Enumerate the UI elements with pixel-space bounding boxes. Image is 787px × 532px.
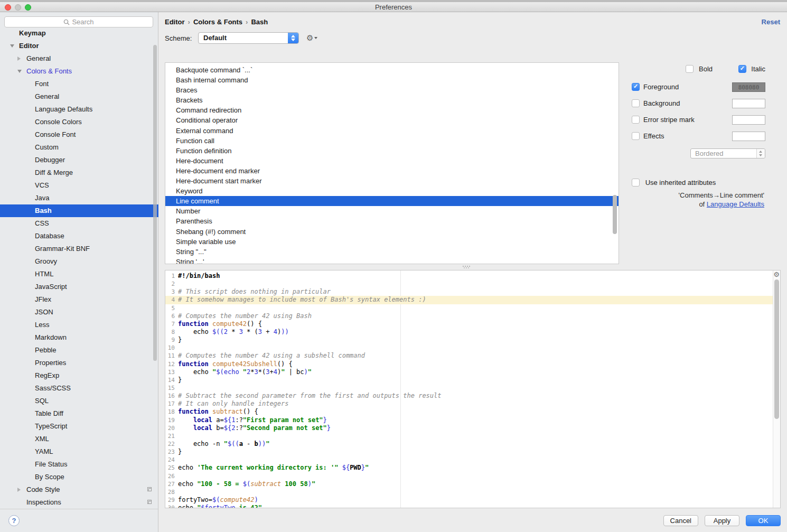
italic-checkbox[interactable] — [738, 65, 746, 73]
sidebar-item-markdown[interactable]: Markdown — [0, 331, 158, 344]
element-row-shebang-comment[interactable]: Shebang (#!) comment — [165, 227, 619, 237]
bold-checkbox[interactable] — [686, 65, 694, 73]
sidebar-item-database[interactable]: Database — [0, 230, 158, 242]
sidebar-item-inspections[interactable]: Inspections — [0, 496, 158, 509]
element-row-string[interactable]: String '...' — [165, 257, 619, 264]
sidebar-item-yaml[interactable]: YAML — [0, 445, 158, 458]
element-row-backquote-command[interactable]: Backquote command `...` — [165, 65, 619, 75]
sidebar-item-typescript[interactable]: TypeScript — [0, 420, 158, 433]
sidebar-item-general[interactable]: General — [0, 52, 158, 65]
breadcrumb-colors-fonts[interactable]: Colors & Fonts — [193, 18, 242, 26]
background-color-swatch[interactable] — [732, 99, 765, 108]
sidebar-item-properties[interactable]: Properties — [0, 357, 158, 369]
bold-label: Bold — [699, 65, 713, 73]
element-row-parenthesis[interactable]: Parenthesis — [165, 216, 619, 226]
sidebar-item-sass-scss[interactable]: Sass/SCSS — [0, 382, 158, 395]
sidebar-item-keymap[interactable]: Keymap — [0, 27, 158, 40]
element-row-function-call[interactable]: Function call — [165, 136, 619, 146]
sidebar-item-regexp[interactable]: RegExp — [0, 369, 158, 382]
chevron-expanded-icon[interactable] — [17, 70, 22, 73]
line-number: 2 — [165, 280, 175, 288]
element-row-external-command[interactable]: External command — [165, 126, 619, 136]
ok-button[interactable]: OK — [746, 515, 781, 526]
cancel-button[interactable]: Cancel — [663, 515, 698, 526]
element-row-here-document-end-marker[interactable]: Here-document end marker — [165, 166, 619, 176]
breadcrumb-editor[interactable]: Editor — [165, 18, 185, 26]
error-stripe-mark-color-swatch[interactable] — [732, 115, 765, 125]
sidebar-item-language-defaults[interactable]: Language Defaults — [0, 103, 158, 116]
apply-button[interactable]: Apply — [705, 515, 739, 526]
effects-style-dropdown[interactable]: Bordered — [690, 148, 765, 158]
sidebar-item-json[interactable]: JSON — [0, 306, 158, 319]
sidebar-item-file-status[interactable]: File Status — [0, 458, 158, 471]
sidebar-item-font[interactable]: Font — [0, 78, 158, 90]
code-line-7: 7function compute42() { — [165, 320, 773, 328]
foreground-checkbox[interactable] — [632, 83, 640, 91]
sidebar-item-by-scope[interactable]: By Scope — [0, 471, 158, 483]
preview-scrollbar[interactable] — [773, 270, 780, 508]
sidebar-item-code-style[interactable]: Code Style — [0, 483, 158, 496]
element-row-braces[interactable]: Braces — [165, 85, 619, 95]
sidebar-item-vcs[interactable]: VCS — [0, 179, 158, 192]
sidebar-item-sql[interactable]: SQL — [0, 395, 158, 407]
error-stripe-mark-checkbox[interactable] — [632, 116, 640, 124]
use-inherited-checkbox[interactable] — [632, 179, 640, 186]
element-row-keyword[interactable]: Keyword — [165, 186, 619, 196]
sidebar-item-diff-merge[interactable]: Diff & Merge — [0, 166, 158, 179]
elements-scrollbar-thumb[interactable] — [613, 195, 617, 234]
sidebar-item-java[interactable]: Java — [0, 192, 158, 204]
sidebar-item-general[interactable]: General — [0, 90, 158, 103]
element-row-here-document-start-marker[interactable]: Here-document start marker — [165, 176, 619, 186]
stepper-icon[interactable] — [288, 33, 298, 43]
sidebar-item-custom[interactable]: Custom — [0, 141, 158, 154]
element-row-string[interactable]: String "..." — [165, 247, 619, 257]
help-button[interactable]: ? — [8, 515, 20, 526]
sidebar-item-label: TypeScript — [35, 422, 67, 430]
element-row-brackets[interactable]: Brackets — [165, 95, 619, 105]
sidebar-item-editor[interactable]: Editor — [0, 40, 158, 52]
scheme-dropdown[interactable]: Default — [198, 32, 299, 44]
sidebar-item-console-colors[interactable]: Console Colors — [0, 116, 158, 128]
sidebar-item-bash[interactable]: Bash — [0, 204, 158, 217]
chevron-collapsed-icon[interactable] — [17, 57, 21, 61]
element-row-here-document[interactable]: Here-document — [165, 156, 619, 166]
sidebar-item-html[interactable]: HTML — [0, 268, 158, 281]
sidebar-item-groovy[interactable]: Groovy — [0, 255, 158, 268]
sidebar-item-table-diff[interactable]: Table Diff — [0, 407, 158, 420]
sidebar-item-less[interactable]: Less — [0, 319, 158, 331]
chevron-expanded-icon[interactable] — [10, 44, 14, 48]
code-preview-pane[interactable]: 1#!/bin/bash23# This script does nothing… — [165, 270, 781, 508]
element-row-simple-variable-use[interactable]: Simple variable use — [165, 237, 619, 247]
element-row-bash-internal-command[interactable]: Bash internal command — [165, 75, 619, 85]
sidebar-scrollbar-thumb[interactable] — [153, 45, 157, 361]
sidebar-item-colors-fonts[interactable]: Colors & Fonts — [0, 65, 158, 78]
search-input[interactable]: Search — [4, 16, 153, 27]
effects-checkbox[interactable] — [632, 132, 640, 140]
element-row-conditional-operator[interactable]: Conditional operator — [165, 115, 619, 125]
sidebar-item-debugger[interactable]: Debugger — [0, 154, 158, 166]
sidebar-item-grammar-kit-bnf[interactable]: Grammar-Kit BNF — [0, 242, 158, 255]
sidebar-item-javascript[interactable]: JavaScript — [0, 281, 158, 293]
reset-link[interactable]: Reset — [762, 18, 780, 26]
sidebar-item-jflex[interactable]: JFlex — [0, 293, 158, 306]
language-defaults-link[interactable]: Language Defaults — [707, 200, 764, 208]
sidebar-item-console-font[interactable]: Console Font — [0, 128, 158, 141]
preview-settings-gear-icon[interactable] — [773, 270, 780, 278]
element-row-line-comment[interactable]: Line comment — [165, 196, 619, 206]
titlebar[interactable]: Preferences — [0, 2, 787, 12]
effects-color-swatch[interactable] — [732, 132, 765, 141]
chevron-collapsed-icon[interactable] — [17, 488, 21, 492]
preview-scrollbar-thumb[interactable] — [774, 279, 779, 419]
element-row-function-definition[interactable]: Function definition — [165, 146, 619, 156]
sidebar-item-css[interactable]: CSS — [0, 217, 158, 230]
sidebar-item-pebble[interactable]: Pebble — [0, 344, 158, 357]
element-row-number[interactable]: Number — [165, 206, 619, 216]
splitter-handle[interactable] — [463, 266, 464, 267]
scheme-gear-button[interactable] — [306, 33, 317, 43]
line-number: 12 — [165, 360, 175, 368]
sidebar-item-xml[interactable]: XML — [0, 433, 158, 445]
background-checkbox[interactable] — [632, 99, 640, 107]
foreground-color-swatch[interactable]: 808080 — [732, 82, 765, 92]
element-row-command-redirection[interactable]: Command redirection — [165, 105, 619, 115]
attr-row-foreground: Foreground808080 — [632, 83, 765, 92]
